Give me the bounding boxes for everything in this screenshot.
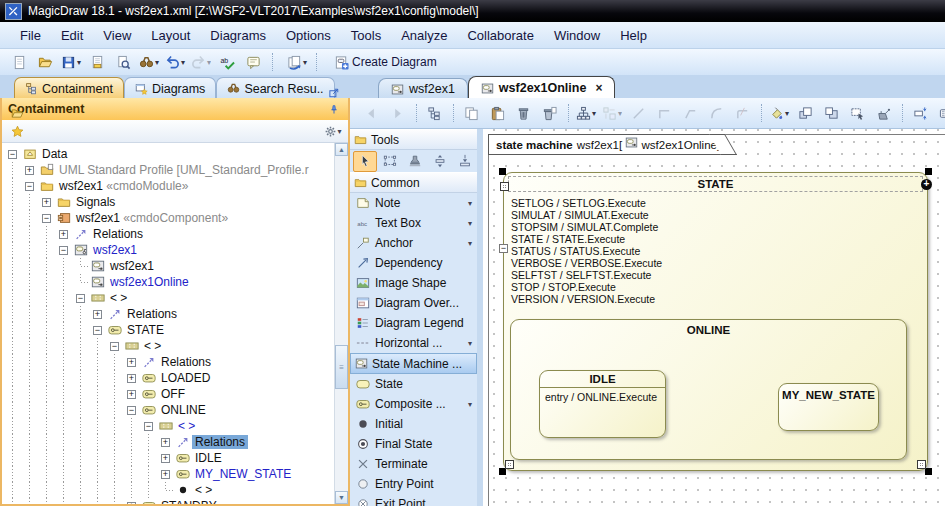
redo-button[interactable]: ▾ bbox=[188, 51, 214, 73]
tree-expander-expand[interactable]: + bbox=[127, 374, 136, 383]
tree-expander-expand[interactable]: + bbox=[25, 166, 34, 175]
scroll-up-button[interactable]: ▲ bbox=[335, 143, 348, 156]
internal-transition[interactable]: SIMULAT / SIMULAT.Execute bbox=[511, 209, 927, 221]
tree-node-idle[interactable]: IDLE bbox=[192, 451, 225, 465]
tree-expander-collapse[interactable]: − bbox=[25, 182, 34, 191]
tree-node-relations[interactable]: Relations bbox=[192, 435, 248, 449]
report-wizard-button[interactable]: ▾ bbox=[284, 51, 310, 73]
internal-transition[interactable]: STATE / STATE.Execute bbox=[511, 233, 927, 245]
sticky-mode-tool[interactable] bbox=[403, 151, 427, 172]
diagram-properties-button[interactable] bbox=[933, 102, 945, 124]
new-project-button[interactable] bbox=[6, 51, 32, 73]
dropdown-arrow-icon[interactable]: ▾ bbox=[303, 58, 307, 67]
palette-item-exit-point[interactable]: Exit Point bbox=[350, 494, 477, 506]
tree-node-wsf2ex1online[interactable]: wsf2ex1Online bbox=[107, 275, 192, 289]
quick-layout-button[interactable]: ▾ bbox=[573, 102, 599, 124]
menu-help[interactable]: Help bbox=[610, 24, 657, 47]
dropdown-arrow-icon[interactable]: ▾ bbox=[468, 199, 472, 208]
editor-tab-wsf2ex1[interactable]: wsf2ex1 bbox=[378, 78, 468, 99]
internal-transition[interactable]: SELFTST / SELFTST.Execute bbox=[511, 269, 927, 281]
select-in-containment-button[interactable] bbox=[421, 102, 447, 124]
comments-button[interactable] bbox=[240, 51, 266, 73]
tree-node-state[interactable]: STATE bbox=[124, 323, 167, 337]
tree-node-uml-standard-profile-uml-standard-profile-r[interactable]: UML Standard Profile [UML_Standard_Profi… bbox=[56, 163, 312, 177]
tree-node-my-new-state[interactable]: MY_NEW_STATE bbox=[192, 467, 294, 481]
state-name-ONLINE[interactable]: ONLINE bbox=[511, 320, 906, 336]
menu-collaborate[interactable]: Collaborate bbox=[457, 24, 544, 47]
select-symbol-button[interactable] bbox=[844, 102, 870, 124]
menu-analyze[interactable]: Analyze bbox=[391, 24, 457, 47]
corner-marker[interactable] bbox=[505, 460, 514, 469]
open-quick-button[interactable] bbox=[7, 104, 27, 122]
dropdown-arrow-icon[interactable]: ▾ bbox=[468, 239, 472, 248]
transitions-collapse-button[interactable]: − bbox=[499, 244, 508, 253]
tree-expander-expand[interactable]: + bbox=[127, 358, 136, 367]
find-button[interactable]: ▾ bbox=[136, 51, 162, 73]
dropdown-arrow-icon[interactable]: ▾ bbox=[785, 109, 789, 118]
scroll-thumb[interactable]: ≡ bbox=[335, 345, 348, 389]
tree-expander-collapse[interactable]: − bbox=[8, 150, 17, 159]
tree-node-data[interactable]: Data bbox=[39, 147, 70, 161]
pin-button[interactable] bbox=[326, 101, 342, 117]
dropdown-arrow-icon[interactable]: ▾ bbox=[207, 58, 211, 67]
options-button[interactable]: ▾ bbox=[323, 122, 343, 140]
palette-group-tools[interactable]: Tools bbox=[350, 129, 477, 150]
delete-symbol-button[interactable] bbox=[510, 102, 536, 124]
tree-expander-expand[interactable]: + bbox=[59, 230, 68, 239]
autosize-button[interactable] bbox=[907, 102, 933, 124]
palette-item-image-shape[interactable]: Image Shape bbox=[350, 273, 477, 293]
tree-expander-collapse[interactable]: − bbox=[144, 422, 153, 431]
menu-edit[interactable]: Edit bbox=[51, 24, 93, 47]
open-project-button[interactable] bbox=[32, 51, 58, 73]
palette-item-horizontal-[interactable]: Horizontal ...▾ bbox=[350, 333, 477, 353]
back-button[interactable] bbox=[358, 102, 384, 124]
tree-expander-expand[interactable]: + bbox=[127, 502, 136, 505]
tree-expander-collapse[interactable]: − bbox=[42, 214, 51, 223]
create-diagram-button[interactable]: Create Diagram bbox=[328, 51, 443, 73]
fill-color-button[interactable]: ▾ bbox=[766, 102, 792, 124]
tree-node--[interactable]: < > bbox=[175, 419, 198, 433]
tree-node--[interactable]: < > bbox=[107, 291, 130, 305]
dropdown-arrow-icon[interactable]: ▾ bbox=[468, 339, 472, 348]
tree-expander-collapse[interactable]: − bbox=[59, 246, 68, 255]
tree-expander-expand[interactable]: + bbox=[161, 470, 170, 479]
palette-item-diagram-over-[interactable]: Diagram Over... bbox=[350, 293, 477, 313]
state-ONLINE[interactable]: ONLINE IDLE entry / ONLINE.Execute MY_NE… bbox=[510, 319, 907, 460]
favorites-button[interactable] bbox=[7, 122, 27, 140]
save-button[interactable]: ▾ bbox=[58, 51, 84, 73]
state-name-MY-NEW-STATE[interactable]: MY_NEW_STATE bbox=[779, 384, 878, 401]
tree-node-wsf2ex1[interactable]: wsf2ex1 bbox=[90, 243, 140, 257]
to-front-button[interactable] bbox=[792, 102, 818, 124]
float-button[interactable] bbox=[326, 85, 342, 101]
palette-item-dependency[interactable]: Dependency bbox=[350, 253, 477, 273]
dock-tab-diagrams[interactable]: Diagrams bbox=[124, 77, 217, 99]
tree-expander-collapse[interactable]: − bbox=[93, 326, 102, 335]
rounded-path-button[interactable] bbox=[729, 102, 755, 124]
state-name-STATE[interactable]: STATE bbox=[508, 176, 923, 192]
state-name-IDLE[interactable]: IDLE bbox=[540, 371, 665, 388]
copy-button[interactable] bbox=[458, 102, 484, 124]
curved-path-button[interactable] bbox=[703, 102, 729, 124]
internal-transition[interactable]: STOPSIM / SIMULAT.Complete bbox=[511, 221, 927, 233]
palette-group-common[interactable]: Common bbox=[350, 172, 477, 193]
dock-tab-search-resu-[interactable]: Search Resu.. bbox=[216, 77, 334, 99]
paste-button[interactable] bbox=[484, 102, 510, 124]
menu-window[interactable]: Window bbox=[544, 24, 610, 47]
selection-handle[interactable] bbox=[499, 468, 506, 475]
multi-select-tool[interactable] bbox=[378, 151, 402, 172]
dropdown-arrow-icon[interactable]: ▾ bbox=[618, 109, 622, 118]
state-STATE[interactable]: + − STATE SETLOG / SETLOG.ExecuteSIMULAT… bbox=[503, 172, 928, 471]
tree-node-loaded[interactable]: LOADED bbox=[158, 371, 213, 385]
palette-item-composite-[interactable]: Composite ...▾ bbox=[350, 394, 477, 414]
palette-item-terminate[interactable]: Terminate bbox=[350, 454, 477, 474]
tree-scrollbar[interactable]: ▲ ≡ ▼ bbox=[334, 143, 348, 504]
palette-item-final-state[interactable]: Final State bbox=[350, 434, 477, 454]
tree-node-relations[interactable]: Relations bbox=[90, 227, 146, 241]
menu-view[interactable]: View bbox=[93, 24, 141, 47]
tree-expander-collapse[interactable]: − bbox=[76, 294, 85, 303]
undo-button[interactable]: ▾ bbox=[162, 51, 188, 73]
tree-expander-collapse[interactable]: − bbox=[110, 342, 119, 351]
print-preview-button[interactable] bbox=[110, 51, 136, 73]
editor-tab-wsf2ex1online[interactable]: wsf2ex1Online× bbox=[468, 76, 616, 99]
scroll-down-button[interactable]: ▼ bbox=[335, 491, 348, 504]
